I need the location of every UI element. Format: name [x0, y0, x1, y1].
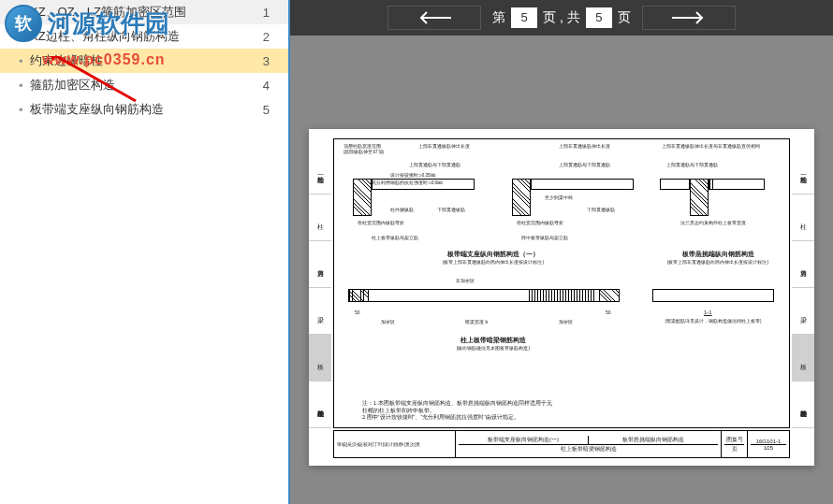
- toc-sidebar: 软 河源软件园 www.pc0359.cn •KZ、QZ、LZ箍筋加密区范围 1…: [0, 0, 290, 504]
- current-page-input[interactable]: 5: [511, 7, 537, 28]
- page-indicator: 第 5 页 , 共 5 页: [492, 7, 631, 28]
- drawing-content: 顶层柱筋宽度范围 (底部纵筋伸至67顶) 上部非贯通纵筋伸出长度 上部非贯通纵筋…: [333, 138, 790, 428]
- toc-item[interactable]: •KZ、QZ、LZ箍筋加密区范围 1: [0, 0, 288, 24]
- toc-item[interactable]: •箍筋加密区构造 4: [0, 73, 288, 97]
- drawing-notes: 注：1.本图板带端支座纵向钢筋构造、板带悬挑端纵向钢筋构造同样适用于无 柱帽的柱…: [362, 400, 552, 422]
- next-page-button[interactable]: [642, 6, 736, 30]
- total-pages-display: 5: [586, 7, 612, 28]
- toc-page-number: 1: [263, 6, 277, 20]
- toc-page-number: 2: [263, 30, 277, 44]
- arrow-left-icon: [416, 10, 453, 25]
- prev-page-button[interactable]: [387, 6, 481, 30]
- toc-item[interactable]: •板带端支座纵向钢筋构造 5: [0, 97, 288, 122]
- toc-page-number: 4: [263, 79, 277, 93]
- toc-item-selected[interactable]: •约束边缘暗柱 3: [0, 49, 288, 73]
- toc-page-number: 3: [263, 54, 277, 68]
- document-viewer: 第 5 页 , 共 5 页 一般构造 柱 剪力墙 梁 板 楼板相关: [290, 0, 833, 504]
- toc-page-number: 5: [263, 103, 277, 117]
- toc-item[interactable]: •KZ边柱、角柱纵向钢筋构造 2: [0, 24, 288, 49]
- document-scroll-area[interactable]: 一般构造 柱 剪力墙 梁 板 楼板相关构造 一般构造 柱 剪力墙 梁 板 楼板相…: [290, 36, 833, 504]
- page-side-tabs-right: 一般构造 柱 剪力墙 梁 板 楼板相关构造: [792, 148, 814, 428]
- document-page: 一般构造 柱 剪力墙 梁 板 楼板相关构造 一般构造 柱 剪力墙 梁 板 楼板相…: [309, 129, 814, 466]
- drawing-title-block: 审核|吴汉福|校对|丁叶|设计|徐静|页次|页 板带端支座纵向钢筋构造(一) 板…: [333, 430, 790, 458]
- arrow-right-icon: [670, 10, 708, 25]
- viewer-toolbar: 第 5 页 , 共 5 页: [290, 0, 833, 36]
- page-side-tabs-left: 一般构造 柱 剪力墙 梁 板 楼板相关构造: [309, 148, 331, 428]
